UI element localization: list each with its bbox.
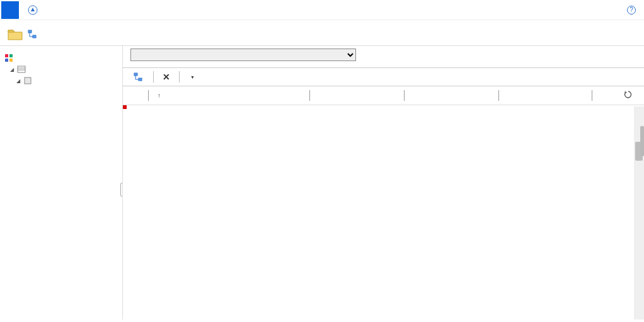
entity-icon bbox=[23, 76, 32, 85]
relationship-icon bbox=[134, 72, 142, 81]
tree-account[interactable]: ◢ bbox=[1, 75, 121, 86]
expand-icon[interactable]: ◢ bbox=[15, 78, 21, 84]
svg-rect-11 bbox=[134, 73, 137, 76]
help-icon: ? bbox=[627, 6, 636, 14]
entities-icon bbox=[17, 65, 26, 74]
separator bbox=[179, 71, 180, 83]
help-link[interactable]: ? bbox=[627, 6, 638, 14]
col-behavior[interactable] bbox=[498, 90, 592, 101]
solution-sidebar: ◢ ◢ ⋮ bbox=[0, 46, 123, 319]
tree-components[interactable] bbox=[1, 52, 121, 64]
col-primary[interactable] bbox=[309, 90, 404, 101]
svg-rect-2 bbox=[33, 35, 36, 38]
page-scrollbar-thumb[interactable] bbox=[640, 126, 644, 156]
col-related[interactable] bbox=[404, 90, 498, 101]
svg-rect-3 bbox=[5, 54, 8, 57]
navigation-tree: ◢ ◢ bbox=[0, 50, 122, 89]
svg-rect-5 bbox=[5, 59, 8, 62]
svg-rect-7 bbox=[18, 66, 25, 72]
delete-icon: ✕ bbox=[163, 72, 170, 82]
type-select[interactable] bbox=[130, 49, 356, 61]
relationship-icon bbox=[28, 30, 37, 38]
new-relationship-button[interactable] bbox=[128, 71, 148, 83]
col-field[interactable] bbox=[592, 90, 644, 101]
type-filter-row bbox=[123, 46, 644, 64]
svg-rect-12 bbox=[139, 78, 142, 81]
more-actions-menu[interactable]: ▼ bbox=[185, 74, 198, 81]
svg-rect-10 bbox=[25, 78, 31, 84]
content-area: ✕ ▼ ↑ bbox=[123, 46, 644, 319]
grid-header: ↑ bbox=[123, 86, 644, 105]
publish-button[interactable] bbox=[28, 5, 40, 15]
separator bbox=[153, 71, 154, 83]
grid-toolbar: ✕ ▼ bbox=[123, 67, 644, 86]
expand-icon[interactable]: ◢ bbox=[9, 66, 15, 72]
svg-rect-1 bbox=[28, 30, 32, 33]
tree-entities[interactable]: ◢ bbox=[1, 64, 121, 75]
page-header bbox=[0, 20, 644, 46]
refresh-icon[interactable] bbox=[624, 90, 633, 101]
delete-button[interactable]: ✕ bbox=[159, 71, 174, 83]
col-schema[interactable]: ↑ bbox=[148, 90, 309, 101]
page-title bbox=[28, 28, 39, 40]
grid-body bbox=[123, 106, 633, 319]
file-menu[interactable] bbox=[1, 1, 19, 19]
top-toolbar: ? bbox=[0, 0, 644, 20]
main-area: ◢ ◢ ⋮ ✕ bbox=[0, 46, 644, 319]
chevron-down-icon: ▼ bbox=[190, 75, 195, 79]
publish-icon bbox=[28, 5, 38, 15]
sort-asc-icon: ↑ bbox=[158, 92, 161, 99]
relationships-grid: ↑ bbox=[123, 86, 644, 319]
svg-rect-4 bbox=[9, 54, 13, 57]
svg-rect-6 bbox=[9, 59, 13, 62]
components-icon bbox=[4, 54, 13, 62]
folder-icon bbox=[6, 25, 24, 43]
